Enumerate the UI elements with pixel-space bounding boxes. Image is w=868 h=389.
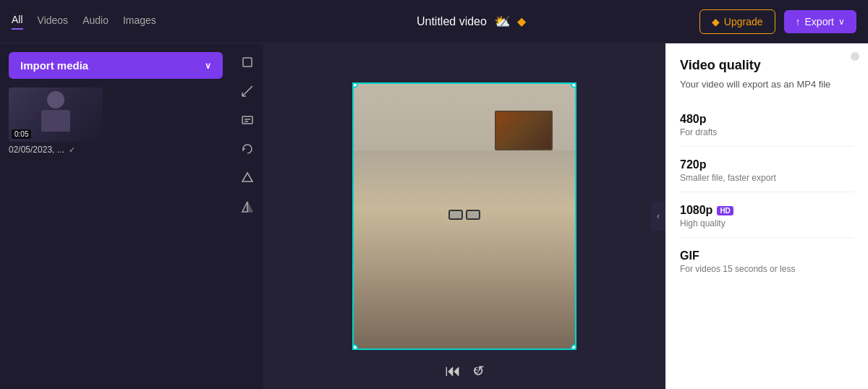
handle-bottom-right[interactable]	[571, 344, 576, 350]
replay5-button[interactable]: ↺5	[472, 362, 485, 380]
nav-tabs: All Videos Audio Images	[12, 14, 156, 30]
diamond-icon-small: ◆	[517, 14, 526, 28]
timestamp-badge: 0:05	[12, 129, 31, 139]
quality-desc-1080p: High quality	[680, 218, 854, 228]
upgrade-button[interactable]: ◆ Upgrade	[699, 9, 775, 34]
video-content	[354, 84, 575, 349]
upgrade-diamond-icon: ◆	[712, 16, 720, 27]
quality-label-gif: GIF	[680, 249, 854, 262]
svg-rect-1	[242, 116, 252, 124]
svg-rect-0	[243, 58, 252, 67]
quality-option-720p[interactable]: 720p Smaller file, faster export	[680, 150, 854, 192]
quality-desc-gif: For videos 15 seconds or less	[680, 264, 854, 274]
export-button[interactable]: ↑ Export ∨	[784, 10, 856, 33]
quality-label-720p: 720p	[680, 158, 854, 171]
topbar-right: ◆ Upgrade ↑ Export ∨	[699, 9, 856, 34]
close-dot	[851, 52, 859, 61]
person-body	[41, 110, 70, 132]
collapse-panel-button[interactable]: ‹	[651, 202, 665, 231]
person-silhouette	[34, 91, 77, 138]
export-label: Export	[805, 16, 834, 27]
video-title[interactable]: Untitled video	[417, 15, 487, 28]
left-sidebar: Import media ∨ 0:05 02/05/2023, ... ✓	[0, 43, 231, 389]
svg-marker-6	[247, 202, 252, 212]
hd-badge: HD	[717, 206, 733, 215]
quality-option-gif[interactable]: GIF For videos 15 seconds or less	[680, 241, 854, 283]
caption-tool-button[interactable]	[234, 107, 260, 133]
trim-tool-button[interactable]	[234, 78, 260, 104]
quality-label-1080p: 1080p HD	[680, 204, 854, 217]
quality-desc-720p: Smaller file, faster export	[680, 173, 854, 183]
media-thumbnail: 0:05	[9, 87, 103, 142]
check-icon: ✓	[69, 145, 75, 155]
wall-art	[495, 111, 553, 150]
crop-tool-button[interactable]	[234, 49, 260, 75]
topbar: All Videos Audio Images Untitled video ⛅…	[0, 0, 868, 43]
filter-tool-button[interactable]	[234, 165, 260, 191]
export-chevron-icon: ∨	[838, 17, 845, 27]
center-area: ⏮ ↺5 ‹	[231, 43, 665, 389]
video-canvas: ⏮ ↺5	[263, 43, 665, 389]
flip-tool-button[interactable]	[234, 194, 260, 220]
quality-panel-subtitle: Your video will export as an MP4 file	[680, 79, 854, 90]
import-label: Import media	[20, 59, 88, 72]
nav-tab-images[interactable]: Images	[123, 14, 156, 29]
quality-option-480p[interactable]: 480p For drafts	[680, 104, 854, 147]
quality-option-1080p[interactable]: 1080p HD High quality	[680, 195, 854, 238]
rewind-button[interactable]: ⏮	[445, 362, 461, 380]
video-frame[interactable]	[352, 82, 576, 350]
quality-desc-480p: For drafts	[680, 127, 854, 137]
nav-tab-audio[interactable]: Audio	[82, 14, 109, 29]
quality-panel: Video quality Your video will export as …	[665, 43, 868, 389]
svg-marker-4	[242, 173, 252, 181]
topbar-left: All Videos Audio Images	[12, 14, 243, 30]
topbar-center: Untitled video ⛅̸ ◆	[243, 14, 699, 30]
media-label: 02/05/2023, ... ✓	[9, 145, 223, 155]
glass-left	[448, 210, 463, 220]
nav-tab-all[interactable]: All	[12, 14, 23, 30]
quality-label-480p: 480p	[680, 113, 854, 126]
face-area	[354, 150, 575, 349]
export-upload-icon: ↑	[796, 16, 801, 27]
import-chevron-icon: ∨	[205, 61, 211, 71]
tool-bar	[231, 43, 263, 389]
nav-tab-videos[interactable]: Videos	[38, 14, 69, 29]
svg-marker-5	[242, 202, 247, 212]
glasses	[448, 210, 480, 220]
glass-right	[466, 210, 480, 220]
upgrade-label: Upgrade	[724, 16, 763, 27]
playback-controls: ⏮ ↺5	[445, 362, 485, 380]
rotate-tool-button[interactable]	[234, 136, 260, 162]
person-head	[47, 91, 64, 108]
main-content: Import media ∨ 0:05 02/05/2023, ... ✓	[0, 43, 868, 389]
import-media-button[interactable]: Import media ∨	[9, 52, 223, 79]
media-grid: 0:05 02/05/2023, ... ✓	[9, 87, 223, 155]
quality-panel-title: Video quality	[680, 58, 854, 73]
list-item[interactable]: 0:05 02/05/2023, ... ✓	[9, 87, 223, 155]
cloud-slash-icon: ⛅̸	[494, 14, 510, 30]
media-filename: 02/05/2023, ...	[9, 145, 64, 155]
